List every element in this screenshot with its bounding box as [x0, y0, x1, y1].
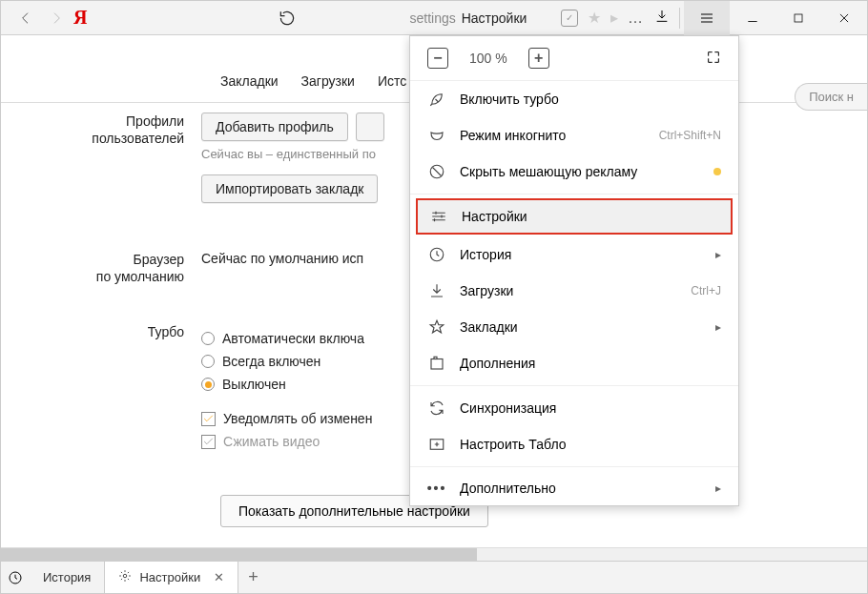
star-icon: [427, 318, 446, 336]
turbo-check-compress: Сжимать видео: [201, 434, 372, 449]
svg-point-7: [124, 574, 128, 578]
menu-settings[interactable]: Настройки: [416, 198, 733, 235]
search-input[interactable]: Поиск н: [795, 83, 867, 111]
fullscreen-icon[interactable]: [706, 50, 721, 68]
menu-history[interactable]: История ▸: [410, 236, 738, 273]
address-text: settings Настройки: [409, 10, 527, 26]
menu-item-label: Режим инкогнито: [460, 128, 566, 143]
menu-item-label: Загрузки: [460, 283, 513, 298]
horizontal-scrollbar[interactable]: [1, 547, 867, 561]
radio-label: Выключен: [222, 377, 286, 392]
yandex-logo[interactable]: Я: [73, 7, 87, 29]
tab-settings[interactable]: Настройки ✕: [105, 562, 238, 593]
tab-history[interactable]: Истс: [378, 73, 406, 89]
tab-bookmarks[interactable]: Закладки: [220, 73, 279, 89]
menu-more[interactable]: ••• Дополнительно ▸: [410, 471, 738, 505]
new-tab-button[interactable]: +: [238, 567, 268, 587]
reload-icon[interactable]: [278, 9, 297, 28]
menu-addons[interactable]: Дополнения: [410, 345, 738, 381]
zoom-out-button[interactable]: −: [427, 48, 448, 69]
hamburger-menu-button[interactable]: [684, 1, 730, 35]
zoom-controls: − 100 % +: [410, 36, 738, 81]
more-icon[interactable]: …: [628, 10, 645, 27]
menu-item-label: Включить турбо: [460, 92, 559, 107]
shortcut-label: Ctrl+Shift+N: [659, 129, 721, 142]
menu-item-label: Скрыть мешающую рекламу: [460, 164, 637, 179]
menu-item-label: Дополнительно: [460, 481, 556, 496]
menu-tablo[interactable]: Настроить Табло: [410, 426, 738, 462]
menu-item-label: Синхронизация: [460, 400, 556, 416]
chevron-right-icon: ▸: [715, 320, 721, 334]
section-label: Браузер по умолчанию: [1, 251, 201, 285]
svg-rect-4: [434, 357, 437, 358]
section-label: Турбо: [1, 323, 201, 457]
download-icon: [427, 282, 446, 299]
turbo-check-notify[interactable]: Уведомлять об изменен: [201, 411, 372, 426]
add-profile-button[interactable]: Добавить профиль: [201, 113, 348, 141]
indicator-dot: [713, 168, 721, 175]
forward-button[interactable]: [43, 5, 70, 31]
window-controls: [684, 1, 867, 35]
chevron-right-icon: ▸: [715, 481, 721, 495]
profile-extra-button[interactable]: [356, 113, 384, 141]
tab-downloads[interactable]: Загрузки: [301, 73, 355, 89]
menu-item-label: Дополнения: [460, 356, 535, 371]
tab-history[interactable]: История: [30, 562, 105, 593]
puzzle-icon: [427, 355, 446, 372]
label-line1: Браузер: [134, 252, 184, 267]
section-label: Профили пользователей: [1, 113, 201, 203]
shield-icon[interactable]: ✓: [561, 10, 578, 27]
import-bookmarks-button[interactable]: Импортировать закладк: [201, 174, 378, 203]
label-line2: по умолчанию: [96, 269, 184, 284]
mask-icon: [427, 127, 446, 144]
rocket-icon: [427, 91, 446, 108]
maximize-button[interactable]: [775, 1, 821, 35]
sync-icon: [427, 399, 446, 417]
dots-icon: •••: [427, 481, 446, 496]
menu-item-label: Настройки: [462, 209, 527, 224]
zoom-in-button[interactable]: +: [528, 48, 549, 69]
turbo-radio-auto[interactable]: Автоматически включа: [201, 331, 372, 346]
main-menu-dropdown: − 100 % + Включить турбо Режим инкогнито…: [409, 35, 739, 506]
svg-rect-3: [431, 359, 443, 370]
address-bar[interactable]: settings Настройки: [278, 9, 561, 28]
block-icon: [427, 163, 446, 180]
default-browser-text: Сейчас по умолчанию исп: [201, 251, 363, 285]
menu-item-label: Закладки: [460, 319, 518, 335]
tab-label: История: [43, 570, 91, 584]
downloads-icon[interactable]: [654, 9, 670, 28]
star-icon[interactable]: ★: [588, 9, 601, 27]
chevron-right-icon: ▸: [715, 248, 721, 261]
menu-downloads[interactable]: Загрузки Ctrl+J: [410, 273, 738, 309]
history-clock-icon[interactable]: [1, 570, 30, 585]
grid-plus-icon: [427, 436, 446, 453]
turbo-radio-off[interactable]: Выключен: [201, 377, 372, 392]
shortcut-label: Ctrl+J: [691, 284, 721, 297]
turbo-radio-on[interactable]: Всегда включен: [201, 354, 372, 369]
back-button[interactable]: [12, 5, 39, 31]
address-title: Настройки: [462, 10, 527, 26]
menu-hide-ads[interactable]: Скрыть мешающую рекламу: [410, 154, 738, 190]
svg-rect-0: [795, 14, 802, 22]
check-label: Сжимать видео: [223, 434, 320, 449]
label-line2: пользователей: [92, 131, 184, 146]
close-button[interactable]: [821, 1, 867, 35]
minimize-button[interactable]: [730, 1, 775, 35]
gear-icon: [118, 569, 132, 585]
menu-sync[interactable]: Синхронизация: [410, 390, 738, 426]
menu-bookmarks[interactable]: Закладки ▸: [410, 309, 738, 345]
close-tab-icon[interactable]: ✕: [214, 570, 224, 584]
menu-turbo[interactable]: Включить турбо: [410, 81, 738, 117]
zoom-value: 100 %: [469, 51, 507, 66]
address-path: settings: [409, 10, 455, 26]
toolbar-left: Я: [1, 5, 87, 31]
label-line1: Профили: [126, 113, 184, 129]
bottom-tabstrip: История Настройки ✕ +: [1, 561, 867, 593]
profile-hint: Сейчас вы – единственный по: [201, 147, 384, 161]
menu-incognito[interactable]: Режим инкогнито Ctrl+Shift+N: [410, 117, 738, 154]
sliders-icon: [429, 208, 448, 225]
tab-label: Настройки: [139, 570, 200, 584]
menu-item-label: Настроить Табло: [460, 437, 567, 452]
radio-label: Автоматически включа: [222, 331, 364, 346]
menu-item-label: История: [460, 247, 511, 262]
